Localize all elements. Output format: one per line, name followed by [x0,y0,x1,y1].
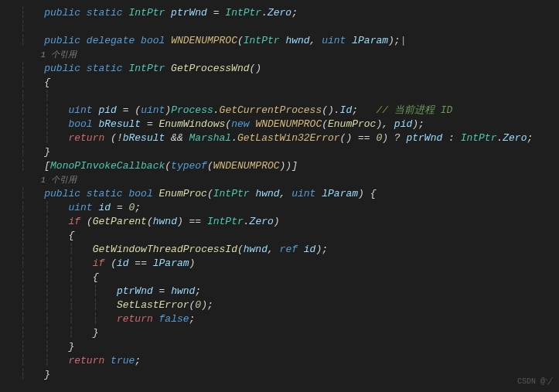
code-line[interactable]: ┆ ┆ ┆ GetWindowThreadProcessId(hwnd, ref… [20,243,559,257]
codelens-hint[interactable]: 1 个引用 [20,173,559,187]
code-line[interactable]: ┆ } [20,368,559,382]
watermark: CSDN @ゾ [517,375,553,389]
code-line[interactable]: ┆ [20,20,559,34]
code-line[interactable]: ┆ ┆ ┆ } [20,326,559,340]
code-line[interactable]: ┆ public delegate bool WNDENUMPROC(IntPt… [20,34,559,48]
code-line[interactable]: ┆ ┆ [20,90,559,104]
code-line[interactable]: ┆ ┆ return true; [20,354,559,368]
code-line[interactable]: ┆ ┆ if (GetParent(hwnd) == IntPtr.Zero) [20,215,559,229]
codelens-hint[interactable]: 1 个引用 [20,48,559,62]
code-line[interactable]: ┆ { [20,76,559,90]
code-line[interactable]: ┆ ┆ uint pid = (uint)Process.GetCurrentP… [20,104,559,118]
code-line[interactable]: ┆ ┆ } [20,340,559,354]
code-line[interactable]: ┆ ┆ { [20,229,559,243]
code-line[interactable]: ┆ public static IntPtr ptrWnd = IntPtr.Z… [20,6,559,20]
code-line[interactable]: ┆ public static IntPtr GetProcessWnd() [20,62,559,76]
code-line[interactable]: ┆ ┆ ┆ ┆ ptrWnd = hwnd; [20,285,559,298]
code-line[interactable]: ┆ ┆ ┆ { [20,271,559,285]
code-line[interactable]: ┆ ┆ ┆ ┆ SetLastError(0); [20,298,559,312]
code-line[interactable]: ┆ ┆ uint id = 0; [20,201,559,215]
code-line[interactable]: ┆ } [20,145,559,159]
code-line[interactable]: ┆ [MonoPInvokeCallback(typeof(WNDENUMPRO… [20,159,559,173]
code-line[interactable]: ┆ public static bool EnumProc(IntPtr hwn… [20,187,559,201]
code-line[interactable]: ┆ ┆ ┆ if (id == lParam) [20,257,559,271]
code-line[interactable]: ┆ ┆ bool bResult = EnumWindows(new WNDEN… [20,118,559,131]
code-line[interactable]: ┆ ┆ return (!bResult && Marshal.GetLastW… [20,131,559,145]
code-line[interactable]: ┆ ┆ ┆ ┆ return false; [20,312,559,326]
